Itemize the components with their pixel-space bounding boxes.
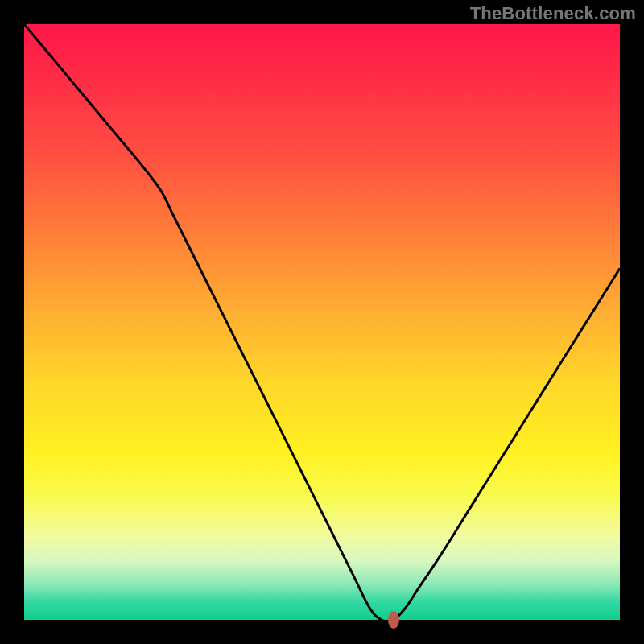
optimum-marker [388,611,399,629]
bottleneck-curve [24,24,620,620]
curve-path [24,24,620,620]
chart-frame: TheBottleneck.com [0,0,644,644]
attribution-text: TheBottleneck.com [470,3,636,24]
